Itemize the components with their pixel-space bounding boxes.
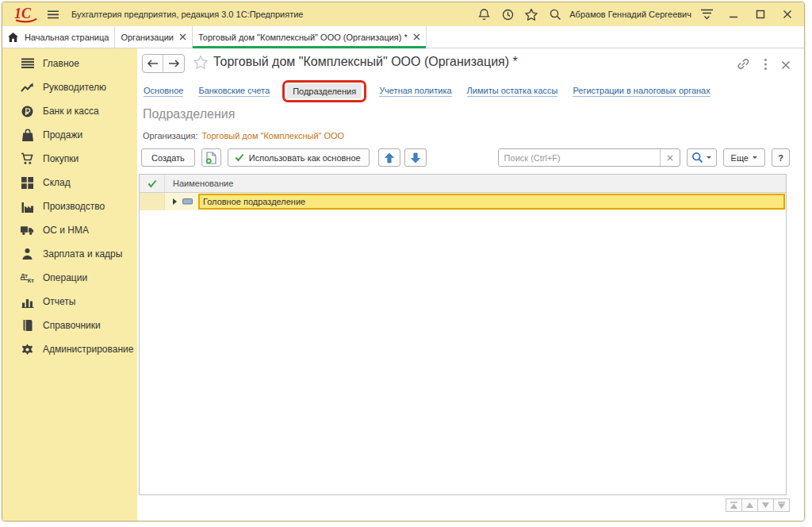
factory-icon: [21, 200, 34, 213]
annotation-highlight-box: Подразделения: [282, 80, 366, 102]
forward-button[interactable]: [163, 55, 184, 72]
close-form-icon[interactable]: [781, 59, 791, 73]
tab-organization-card[interactable]: Торговый дом "Комплексный" ООО (Организа…: [193, 26, 427, 48]
nav-link-departments[interactable]: Подразделения: [287, 84, 362, 98]
go-down-button[interactable]: [757, 498, 774, 512]
arrow-down-icon: [410, 152, 421, 163]
tab-close-icon[interactable]: [179, 33, 186, 40]
move-up-button[interactable]: [378, 148, 400, 167]
form-content: Торговый дом "Комплексный" ООО (Организа…: [137, 48, 804, 521]
ruble-circle-icon: [21, 105, 34, 118]
sidebar-item-reports[interactable]: Отчеты: [2, 290, 137, 314]
title-bar: 1С Бухгалтерия предприятия, редакция 3.0…: [2, 2, 804, 26]
search-icon: [691, 152, 703, 163]
organization-value: Торговый дом "Комплексный" ООО: [201, 131, 344, 140]
sidebar-item-manager[interactable]: Руководителю: [2, 75, 137, 99]
maximize-button[interactable]: [753, 7, 768, 21]
go-first-button[interactable]: [726, 498, 742, 512]
truck-icon: [21, 224, 34, 237]
search-input[interactable]: [499, 149, 660, 166]
form-nav-links: Основное Банковские счета Подразделения …: [144, 84, 710, 98]
svg-text:1С: 1С: [14, 6, 32, 21]
search-box: [498, 148, 680, 167]
organization-label: Организация:: [143, 131, 197, 140]
app-window: 1С Бухгалтерия предприятия, редакция 3.0…: [2, 2, 805, 521]
sections-sidebar: Главное Руководителю Банк и касса Продаж…: [2, 48, 137, 521]
gear-icon: [21, 343, 34, 356]
close-button[interactable]: [780, 7, 795, 21]
book-icon: [21, 319, 34, 333]
row-marker-cell: [140, 193, 165, 210]
tab-home[interactable]: Начальная страница: [2, 26, 115, 48]
shopping-cart-icon: [21, 152, 34, 166]
table-row[interactable]: Головное подразделение: [140, 193, 786, 210]
user-name[interactable]: Абрамов Геннадий Сергеевич: [569, 10, 691, 19]
nav-link-cash-limits[interactable]: Лимиты остатка кассы: [467, 86, 558, 97]
name-column-header[interactable]: Наименование: [165, 175, 786, 192]
create-group-button[interactable]: [201, 148, 221, 167]
bar-chart-icon: [21, 295, 34, 309]
history-nav-buttons: [142, 54, 185, 73]
dropdown-caret-icon: [707, 156, 711, 159]
sidebar-item-payroll-hr[interactable]: Зарплата и кадры: [2, 242, 137, 266]
more-actions-button[interactable]: Еще: [723, 148, 765, 167]
tab-organizations[interactable]: Организации: [115, 26, 193, 48]
department-item-icon: [182, 198, 193, 205]
sidebar-item-operations[interactable]: ДтКт Операции: [2, 266, 137, 290]
help-button[interactable]: ?: [772, 148, 790, 167]
use-as-main-button[interactable]: Использовать как основное: [228, 148, 370, 167]
minimize-button[interactable]: [726, 7, 741, 21]
search-settings-button[interactable]: [687, 148, 717, 167]
go-up-button[interactable]: [741, 498, 758, 512]
move-down-button[interactable]: [404, 148, 427, 167]
person-icon: [21, 248, 34, 261]
sidebar-item-fixed-assets[interactable]: ОС и НМА: [2, 218, 137, 242]
nav-link-accounting-policy[interactable]: Учетная политика: [379, 86, 451, 97]
debit-credit-icon: ДтКт: [21, 271, 34, 285]
main-menu-icon[interactable]: [48, 10, 59, 19]
sidebar-item-directories[interactable]: Справочники: [2, 314, 137, 337]
tab-bar: Начальная страница Организации Торговый …: [2, 26, 804, 48]
favorites-star-icon[interactable]: [524, 7, 538, 21]
app-title: Бухгалтерия предприятия, редакция 3.0 1С…: [71, 10, 303, 19]
lines-icon: [21, 57, 34, 71]
sidebar-item-production[interactable]: Производство: [2, 194, 137, 218]
sidebar-item-bank-cash[interactable]: Банк и касса: [2, 99, 137, 123]
nav-link-bank-accounts[interactable]: Банковские счета: [198, 86, 270, 97]
sidebar-item-purchases[interactable]: Покупки: [2, 147, 137, 171]
global-search-icon[interactable]: [548, 7, 562, 21]
sidebar-item-sales[interactable]: Продажи: [2, 123, 137, 147]
grid-blocks-icon: [21, 176, 34, 190]
main-flag-column-header[interactable]: [140, 175, 165, 192]
shopping-bag-icon: [21, 129, 34, 142]
expand-triangle-icon[interactable]: [173, 198, 177, 205]
section-title: Подразделения: [143, 107, 235, 121]
history-icon[interactable]: [500, 7, 515, 21]
departments-table: Наименование Головное подразделение: [139, 174, 787, 495]
back-button[interactable]: [143, 55, 163, 72]
go-last-button[interactable]: [773, 498, 790, 512]
department-name-cell[interactable]: Головное подразделение: [198, 194, 785, 210]
nav-link-tax-registrations[interactable]: Регистрации в налоговых органах: [573, 86, 710, 97]
sidebar-item-administration[interactable]: Администрирование: [2, 337, 137, 361]
table-header: Наименование: [140, 175, 786, 193]
1c-logo-icon: 1С: [13, 6, 39, 23]
check-icon: [147, 179, 157, 188]
arrow-up-icon: [384, 152, 395, 163]
trend-arrow-icon: [21, 81, 34, 94]
nav-link-main[interactable]: Основное: [144, 86, 183, 97]
sidebar-item-warehouse[interactable]: Склад: [2, 171, 137, 194]
dropdown-caret-icon: [753, 156, 757, 159]
service-settings-icon[interactable]: [699, 7, 714, 21]
notifications-bell-icon[interactable]: [477, 7, 491, 21]
create-button[interactable]: Создать: [141, 148, 195, 167]
list-toolbar: Создать Использовать как основное: [141, 148, 790, 167]
more-menu-icon[interactable]: [764, 58, 768, 74]
home-icon: [8, 33, 18, 42]
tab-close-icon[interactable]: [413, 33, 420, 40]
add-to-favorites-star-icon[interactable]: [193, 55, 209, 73]
get-link-icon[interactable]: [737, 57, 750, 74]
search-clear-icon[interactable]: [660, 149, 680, 166]
check-icon: [235, 153, 244, 162]
sidebar-item-main[interactable]: Главное: [2, 52, 137, 75]
